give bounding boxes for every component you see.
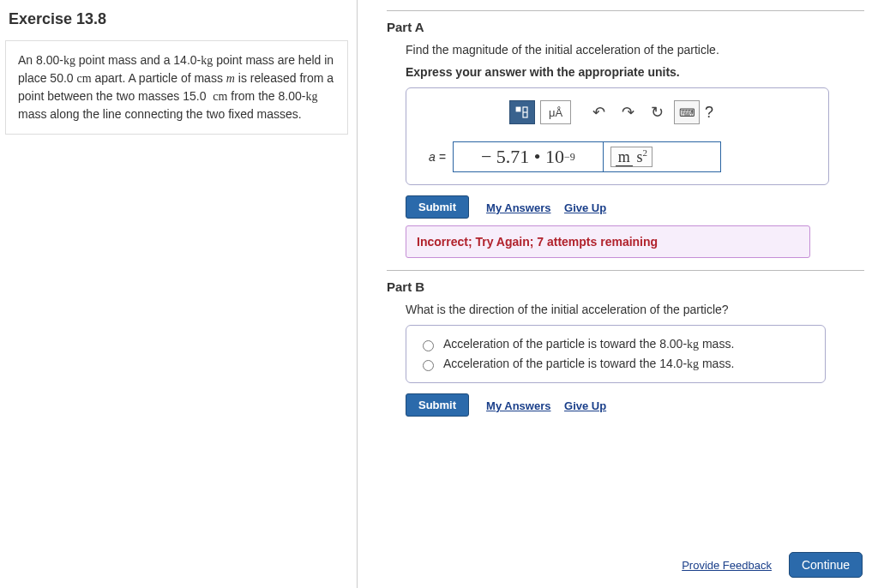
part-b-body: What is the direction of the initial acc… — [406, 303, 864, 417]
value-input[interactable]: − 5.71 • 10−9 — [453, 141, 604, 172]
part-a-buttons: Submit My Answers Give Up — [406, 195, 864, 219]
part-a-bold-line: Express your answer with the appropriate… — [406, 65, 864, 79]
part-a-title: Part A — [387, 20, 864, 34]
divider-mid — [387, 270, 864, 271]
part-a-body: Find the magnitude of the initial accele… — [406, 43, 864, 258]
my-answers-link-b[interactable]: My Answers — [486, 399, 550, 412]
footer-row: Provide Feedback Continue — [682, 552, 863, 578]
answer-toolbar: μÅ ↶ ↷ ↻ ⌨ ? — [420, 100, 815, 124]
my-answers-link-a[interactable]: My Answers — [486, 201, 550, 214]
page-container: Exercise 13.8 An 8.00-kg point mass and … — [0, 0, 878, 588]
problem-statement: An 8.00-kg point mass and a 14.0-kg poin… — [5, 40, 348, 135]
template-icon[interactable] — [509, 100, 535, 124]
a-equals-label: a = — [420, 141, 453, 172]
feedback-message: Incorrect; Try Again; 7 attempts remaini… — [406, 225, 810, 258]
give-up-link-a[interactable]: Give Up — [564, 201, 606, 214]
radio-option-0[interactable]: Acceleration of the particle is toward t… — [418, 334, 813, 354]
answer-box-a: μÅ ↶ ↷ ↻ ⌨ ? a = − 5.71 • 10−9 — [406, 87, 829, 185]
part-b-title: Part B — [387, 279, 864, 294]
value-row: a = − 5.71 • 10−9 m s2 — [420, 141, 815, 172]
submit-button-b[interactable]: Submit — [406, 393, 469, 417]
exercise-title: Exercise 13.8 — [9, 10, 348, 28]
redo-icon[interactable]: ↷ — [616, 101, 640, 123]
value-exp: −9 — [564, 151, 575, 164]
mu-a-button[interactable]: μÅ — [540, 100, 571, 124]
left-column: Exercise 13.8 An 8.00-kg point mass and … — [0, 0, 358, 588]
provide-feedback-link[interactable]: Provide Feedback — [682, 559, 772, 572]
help-icon[interactable]: ? — [705, 104, 725, 122]
part-a-instruction: Find the magnitude of the initial accele… — [406, 43, 864, 57]
radio-input-1[interactable] — [423, 360, 434, 371]
unit-den-exp: 2 — [642, 147, 647, 158]
keyboard-icon[interactable]: ⌨ — [674, 100, 700, 124]
radio-input-0[interactable] — [423, 340, 434, 351]
undo-icon[interactable]: ↶ — [586, 101, 610, 123]
unit-numerator: m — [616, 148, 633, 166]
submit-button-a[interactable]: Submit — [406, 195, 469, 219]
part-b-buttons: Submit My Answers Give Up — [406, 393, 864, 417]
refresh-icon[interactable]: ↻ — [645, 101, 669, 123]
radio-box: Acceleration of the particle is toward t… — [406, 325, 826, 383]
radio-option-1[interactable]: Acceleration of the particle is toward t… — [418, 354, 813, 374]
part-b-question: What is the direction of the initial acc… — [406, 303, 864, 316]
divider-top — [387, 10, 864, 11]
svg-rect-0 — [516, 107, 520, 111]
continue-button[interactable]: Continue — [789, 552, 863, 578]
unit-input[interactable]: m s2 — [604, 141, 721, 172]
give-up-link-b[interactable]: Give Up — [564, 399, 606, 412]
value-text: − 5.71 • 10 — [481, 146, 564, 168]
right-column: Part A Find the magnitude of the initial… — [358, 0, 878, 588]
